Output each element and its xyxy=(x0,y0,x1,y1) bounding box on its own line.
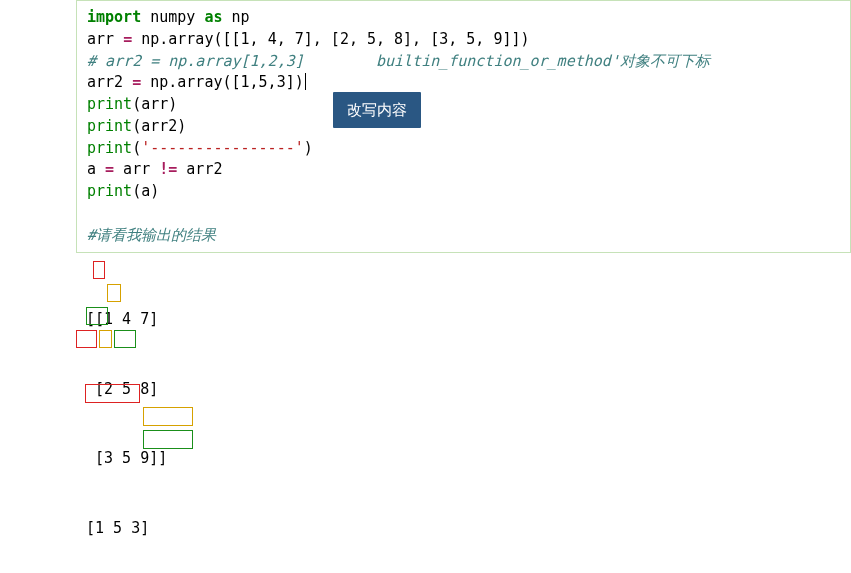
code-line-3-comment: # arr2 = np.array[1,2,3] builtin_functio… xyxy=(87,51,842,73)
code-line-4: arr2 = np.array([1,5,3]) xyxy=(87,72,842,94)
code-line-6: print(arr2) xyxy=(87,116,842,138)
output-line: [2 5 8] xyxy=(86,378,843,401)
highlight-box xyxy=(114,330,136,348)
highlight-box xyxy=(99,330,112,348)
code-line-8: a = arr != arr2 xyxy=(87,159,842,181)
keyword-import: import xyxy=(87,8,141,26)
code-line-2: arr = np.array([[1, 4, 7], [2, 5, 8], [3… xyxy=(87,29,842,51)
code-cell: import numpy as np arr = np.array([[1, 4… xyxy=(0,0,851,573)
highlight-box xyxy=(93,261,105,279)
code-line-1: import numpy as np xyxy=(87,7,842,29)
highlight-box xyxy=(143,407,193,426)
output-line: [3 5 9]] xyxy=(86,447,843,470)
code-editor[interactable]: import numpy as np arr = np.array([[1, 4… xyxy=(76,0,851,253)
code-line-blank xyxy=(87,203,842,225)
input-prompt xyxy=(0,0,76,573)
rewrite-tooltip[interactable]: 改写内容 xyxy=(333,92,421,128)
output-area: [[1 4 7] [2 5 8] [3 5 9]] [1 5 3] ------… xyxy=(76,253,851,573)
text-cursor xyxy=(305,73,306,90)
output-line: [1 5 3] xyxy=(86,517,843,540)
code-line-11-comment: #请看我输出的结果 xyxy=(87,225,842,247)
code-line-9: print(a) xyxy=(87,181,842,203)
highlight-box xyxy=(76,330,97,348)
highlight-box xyxy=(107,284,121,302)
code-line-5: print(arr) xyxy=(87,94,842,116)
keyword-as: as xyxy=(204,8,222,26)
output-line: [[1 4 7] xyxy=(86,308,843,331)
code-line-7: print('----------------') xyxy=(87,138,842,160)
